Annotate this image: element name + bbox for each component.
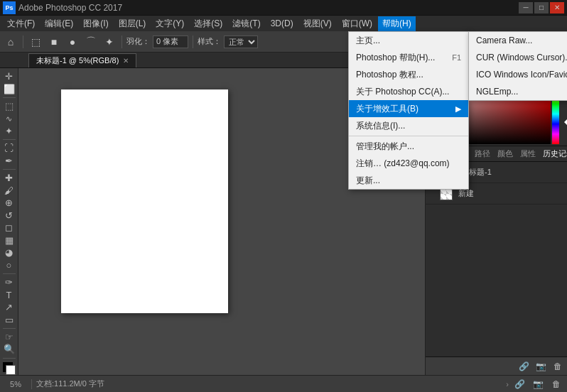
toolbar-separator-3 <box>193 36 193 48</box>
crop-tool-icon[interactable]: ⛶ <box>1 143 17 154</box>
titlebar-left: Ps Adobe Photoshop CC 2017 <box>3 1 122 14</box>
help-menu-system-info[interactable]: 系统信息(I)... <box>349 117 468 134</box>
main-area: ✛ ⬜ ⬚ ∿ ✦ ⛶ ✒ ✚ 🖌 ⊕ ↺ ◻ ▦ ◕ ○ ✑ T ↗ ▭ ☞ … <box>0 68 567 375</box>
tool-separator-4 <box>3 273 16 274</box>
foreground-color-icon[interactable] <box>1 361 17 372</box>
menu-select[interactable]: 选择(S) <box>190 16 227 31</box>
eraser-tool-icon[interactable]: ◻ <box>1 222 17 234</box>
statusbar-sep <box>31 379 32 389</box>
menu-filter[interactable]: 滤镜(T) <box>228 16 264 31</box>
document-tab-0[interactable]: 未标题-1 @ 5%(RGB/8) ✕ <box>28 53 136 67</box>
toolbar-separator-2 <box>122 36 122 48</box>
gradient-tool-icon[interactable]: ▦ <box>1 234 17 246</box>
zoom-tool-icon[interactable]: 🔍 <box>1 344 17 355</box>
minimize-button[interactable]: ─ <box>519 2 533 13</box>
close-button[interactable]: ✕ <box>550 2 564 13</box>
menu-window[interactable]: 窗口(W) <box>338 16 377 31</box>
help-menu-manage-account[interactable]: 管理我的帐户... <box>349 138 468 155</box>
circle-icon[interactable]: ● <box>65 34 80 50</box>
tab-label: 未标题-1 @ 5%(RGB/8) <box>36 55 119 66</box>
shape-tool-icon[interactable]: ▭ <box>1 314 17 325</box>
photoshop-logo: Ps <box>3 1 16 14</box>
plugin-camera-raw[interactable]: Camera Raw... <box>469 32 567 49</box>
hand-tool-icon[interactable]: ☞ <box>1 332 17 343</box>
heal-tool-icon[interactable]: ✚ <box>1 173 17 184</box>
document-info: 文档:111.2M/0 字节 <box>36 379 499 389</box>
help-menu-tutorial[interactable]: Photoshop 教程... <box>349 66 468 83</box>
tool-separator-3 <box>3 169 16 170</box>
feather-label: 羽化： <box>126 36 150 47</box>
statusbar-trash-icon[interactable]: 🗑 <box>550 378 563 391</box>
help-menu-home[interactable]: 主页... <box>349 32 468 49</box>
help-menu-about-plugins[interactable]: 关于增效工具(B) ▶ <box>349 100 468 117</box>
maximize-button[interactable]: □ <box>534 2 549 13</box>
menu-3d[interactable]: 3D(D) <box>266 17 298 30</box>
marquee-tool-icon[interactable]: ⬚ <box>1 101 17 112</box>
help-menu-photoshop-help[interactable]: Photoshop 帮助(H)... F1 <box>349 49 468 66</box>
layers-link-icon[interactable]: 🔗 <box>517 360 530 373</box>
style-label: 样式： <box>198 36 221 47</box>
layer-name: 未标题-1 <box>461 167 564 178</box>
home-icon[interactable]: ⌂ <box>3 34 18 50</box>
tool-separator-1 <box>3 97 16 98</box>
menu-layer[interactable]: 图层(L) <box>114 16 151 31</box>
pen-tool-icon[interactable]: ✑ <box>1 277 17 288</box>
menu-image[interactable]: 图像(I) <box>79 16 112 31</box>
layer-tab-properties[interactable]: 属性 <box>517 147 539 160</box>
menu-help[interactable]: 帮助(H) <box>378 16 416 31</box>
statusbar-camera-icon[interactable]: 📷 <box>531 378 544 391</box>
canvas-document <box>61 89 228 313</box>
star-icon[interactable]: ✦ <box>102 34 117 50</box>
layers-footer: 🔗 📷 🗑 <box>426 356 567 375</box>
brush-tool-icon[interactable]: 🖌 <box>1 185 17 196</box>
menu-type[interactable]: 文字(Y) <box>151 16 188 31</box>
plugin-ico[interactable]: ICO Windows Icon/Favicon... <box>469 66 567 83</box>
layer-name-new: 新建 <box>458 188 564 199</box>
titlebar: Ps Adobe Photoshop CC 2017 ─ □ ✕ <box>0 0 567 16</box>
menu-file[interactable]: 文件(F) <box>3 16 39 31</box>
type-tool-icon[interactable]: T <box>1 289 17 300</box>
app-title: Adobe Photoshop CC 2017 <box>18 3 122 13</box>
lasso-tool-icon[interactable]: ∿ <box>1 113 17 124</box>
style-select[interactable]: 正常 <box>224 36 258 48</box>
layers-delete-icon[interactable]: 🗑 <box>551 360 564 373</box>
clone-tool-icon[interactable]: ⊕ <box>1 197 17 209</box>
path-select-icon[interactable]: ↗ <box>1 302 17 313</box>
zoom-level: 5% <box>4 380 27 388</box>
rect-icon[interactable]: ■ <box>46 34 62 50</box>
dodge-tool-icon[interactable]: ○ <box>1 260 17 271</box>
help-menu-update[interactable]: 更新... <box>349 172 468 189</box>
marquee-icon[interactable]: ⬚ <box>28 34 43 50</box>
move-tool-icon[interactable]: ✛ <box>1 71 17 82</box>
menubar: 文件(F) 编辑(E) 图像(I) 图层(L) 文字(Y) 选择(S) 滤镜(T… <box>0 16 567 31</box>
plugin-ngl[interactable]: NGLEmp... <box>469 83 567 100</box>
feather-input[interactable] <box>153 36 188 48</box>
quickselect-tool-icon[interactable]: ✦ <box>1 126 17 137</box>
tab-close-icon[interactable]: ✕ <box>123 57 129 65</box>
statusbar: 5% 文档:111.2M/0 字节 › 🔗 📷 🗑 <box>0 375 567 392</box>
plugin-cur[interactable]: CUR (Windows Cursor)... <box>469 49 567 66</box>
menu-edit[interactable]: 编辑(E) <box>40 16 77 31</box>
toolbar-separator-1 <box>23 36 23 48</box>
help-menu-separator <box>349 136 468 136</box>
statusbar-arrow-icon[interactable]: › <box>506 380 509 388</box>
window-controls: ─ □ ✕ <box>519 2 564 13</box>
layer-tab-paths[interactable]: 路径 <box>471 147 494 160</box>
lasso-icon[interactable]: ⌒ <box>83 34 99 50</box>
layer-tab-color[interactable]: 颜色 <box>494 147 517 160</box>
layers-camera-icon[interactable]: 📷 <box>534 360 547 373</box>
menu-view[interactable]: 视图(V) <box>299 16 336 31</box>
tool-separator-2 <box>3 139 16 140</box>
eyedropper-tool-icon[interactable]: ✒ <box>1 156 17 167</box>
history-brush-icon[interactable]: ↺ <box>1 209 17 221</box>
blur-tool-icon[interactable]: ◕ <box>1 247 17 258</box>
artboard-icon[interactable]: ⬜ <box>1 84 17 95</box>
help-menu-about-cc[interactable]: 关于 Photoshop CC(A)... <box>349 83 468 100</box>
statusbar-right: 🔗 📷 🗑 <box>513 378 563 391</box>
help-menu-login[interactable]: 注销… (zd423@qq.com) <box>349 155 468 172</box>
layer-tab-history[interactable]: 历史记录 <box>539 147 567 160</box>
tool-separator-6 <box>3 358 16 359</box>
layers-list: 👁 未标题-1 新建 <box>426 162 567 356</box>
statusbar-link-icon[interactable]: 🔗 <box>513 378 526 391</box>
plugin-submenu: Camera Raw... CUR (Windows Cursor)... IC… <box>468 31 567 101</box>
